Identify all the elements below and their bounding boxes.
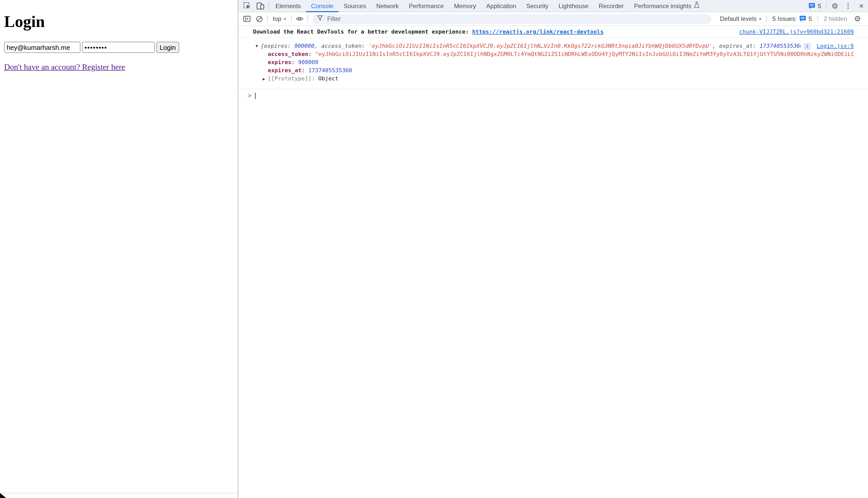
prototype-key: [[Prototype]] — [268, 75, 311, 82]
divider — [826, 2, 827, 10]
object-preview-line: ▼ {expires: 900000, access_token: 'eyJhb… — [238, 42, 854, 50]
screenshot-root: Login Login Don't have an account? Regis… — [0, 0, 868, 498]
object-property-access-token: access_token: "eyJhbGciOiJIUzI1NiIsInR5c… — [238, 50, 854, 58]
tab-recorder[interactable]: Recorder — [593, 0, 629, 12]
twisty-closed-icon[interactable]: ▶ — [263, 77, 265, 81]
tab-elements[interactable]: Elements — [270, 0, 306, 12]
property-value: 900000 — [298, 59, 318, 66]
preview-key: expires_at — [719, 43, 753, 49]
divider — [267, 15, 268, 22]
tab-label: Performance insights — [634, 0, 691, 12]
prototype-value: Object — [318, 75, 339, 82]
login-button[interactable]: Login — [156, 42, 179, 53]
preview-value: 1737405535360 — [760, 43, 801, 49]
tab-console[interactable]: Console — [306, 0, 339, 12]
console-message-object-log: ▼ {expires: 900000, access_token: 'eyJhb… — [238, 38, 868, 89]
tab-memory[interactable]: Memory — [449, 0, 481, 12]
divider — [268, 2, 269, 10]
context-label: top — [273, 15, 281, 22]
divider — [291, 15, 292, 22]
clear-console-icon[interactable] — [253, 12, 266, 25]
tab-lighthouse[interactable]: Lighthouse — [553, 0, 593, 12]
password-field[interactable] — [82, 42, 155, 53]
text-cursor — [255, 92, 256, 99]
email-field[interactable] — [4, 42, 80, 53]
issues-count: 5 — [809, 15, 812, 22]
chevron-down-icon: ▾ — [759, 16, 761, 21]
console-messages: Download the React DevTools for a better… — [238, 26, 868, 498]
hidden-messages-label: 2 hidden — [820, 15, 851, 22]
levels-label: Default levels — [720, 15, 756, 22]
console-settings-gear-icon[interactable]: ⚙ — [851, 12, 864, 25]
login-page: Login Login Don't have an account? Regis… — [0, 0, 238, 498]
tab-application[interactable]: Application — [481, 0, 521, 12]
source-link-login-jsx[interactable]: Login.jsx:9 — [810, 42, 854, 50]
divider — [307, 15, 308, 22]
message-bubble-icon — [809, 3, 815, 9]
property-value: 1737405535360 — [308, 67, 352, 74]
object-preview: {expires: 900000, access_token: 'eyJhbGc… — [261, 42, 801, 50]
property-value: "eyJhbGciOiJIUzI1NiIsInR5cCI6IkpXVCJ9.ey… — [315, 51, 854, 57]
more-options-icon[interactable]: ⋮ — [842, 0, 855, 12]
preview-value: 900000 — [294, 43, 315, 49]
inspect-element-icon[interactable] — [240, 0, 254, 12]
filter-box[interactable] — [312, 14, 711, 24]
console-toolbar: top ▾ Default l — [238, 12, 868, 26]
create-live-expression-eye-icon[interactable] — [293, 12, 306, 25]
console-prompt[interactable]: > — [238, 89, 868, 102]
property-key: expires_at — [268, 67, 302, 74]
experiment-flask-icon — [694, 0, 700, 12]
divider — [818, 15, 818, 22]
tab-sources[interactable]: Sources — [339, 0, 371, 12]
settings-gear-icon[interactable]: ⚙ — [828, 0, 842, 12]
object-prototype-row: ▶[[Prototype]]: Object — [238, 75, 854, 83]
console-toolbar-right: Default levels ▾ 5 Issues: 5 2 hidden — [716, 12, 864, 25]
context-selector[interactable]: top ▾ — [269, 15, 290, 22]
devtools-panel: Elements Console Sources Network Perform… — [238, 0, 868, 498]
console-messages-badge[interactable]: 5 — [805, 2, 825, 10]
divider — [766, 15, 767, 22]
issues-counter[interactable]: 5 Issues: 5 — [768, 15, 816, 22]
property-key: expires — [268, 59, 292, 66]
preview-key: access_token — [321, 43, 362, 49]
preview-value: 'eyJhbGciOiJIUzI1NiIsInR5cCI6IkpXVCJ9.ey… — [369, 43, 713, 49]
twisty-open-icon[interactable]: ▼ — [256, 42, 258, 50]
show-sidebar-icon[interactable] — [240, 12, 253, 25]
devtools-tabbar: Elements Console Sources Network Perform… — [238, 0, 868, 12]
window-bottom-edge — [0, 493, 238, 494]
react-devtools-link[interactable]: https://reactjs.org/link/react-devtools — [472, 28, 604, 36]
messages-count: 5 — [818, 2, 821, 10]
property-key: access_token — [268, 51, 308, 57]
corner-cursor-artifact — [0, 493, 6, 498]
message-text: Download the React DevTools for a better… — [253, 28, 472, 36]
register-link[interactable]: Don't have an account? Register here — [4, 63, 125, 72]
object-property-expires-at: expires_at: 1737405535360 — [238, 67, 854, 75]
issues-bubble-icon — [800, 16, 806, 22]
filter-input[interactable] — [326, 15, 706, 23]
tab-performance[interactable]: Performance — [404, 0, 449, 12]
issues-label: 5 Issues: — [772, 15, 797, 22]
source-link-chunk[interactable]: chunk-VIJJTZRL.js?v=960bd321:21609 — [733, 28, 854, 36]
preview-key: expires — [264, 43, 288, 49]
page-title: Login — [4, 12, 238, 31]
log-levels-dropdown[interactable]: Default levels ▾ — [716, 15, 765, 22]
tab-performance-insights[interactable]: Performance insights — [629, 0, 705, 12]
console-message-react-devtools: Download the React DevTools for a better… — [238, 26, 868, 38]
object-property-expires: expires: 900000 — [238, 58, 854, 67]
info-icon: i — [804, 43, 810, 50]
prompt-chevron-icon: > — [248, 92, 252, 100]
tab-security[interactable]: Security — [521, 0, 554, 12]
tab-network[interactable]: Network — [371, 0, 404, 12]
chevron-down-icon: ▾ — [284, 16, 286, 21]
filter-funnel-icon — [317, 15, 322, 22]
close-devtools-icon[interactable]: ✕ — [855, 0, 868, 12]
login-form: Login — [4, 42, 238, 53]
device-toolbar-icon[interactable] — [254, 0, 267, 12]
